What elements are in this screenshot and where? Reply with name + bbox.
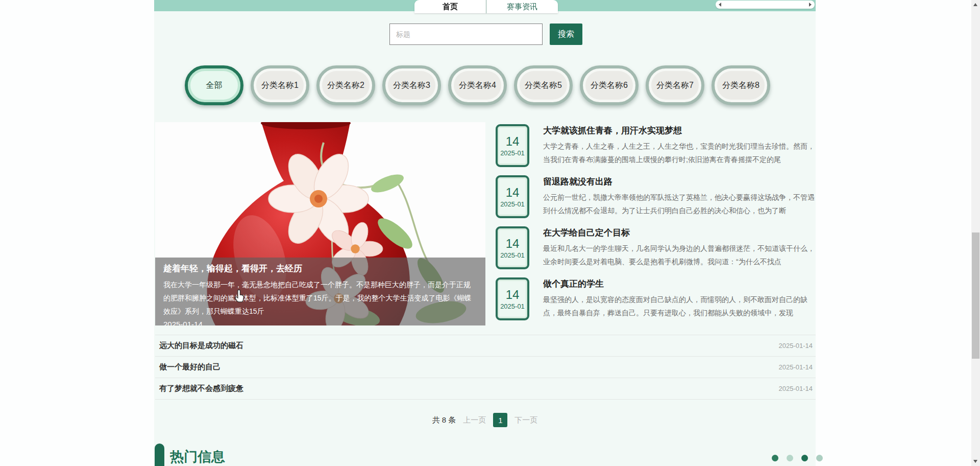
pagination-next-button[interactable]: 下一页 (514, 415, 537, 425)
news-title[interactable]: 留退路就没有出路 (543, 176, 816, 188)
scrollbar-down-arrow-icon[interactable] (973, 460, 977, 463)
news-excerpt: 最近和几名大一的学生聊天，几名同学认为身边的人普遍都很迷茫，不知道该干什么，业余… (543, 242, 816, 268)
category-pill-7[interactable]: 分类名称7 (646, 65, 704, 105)
pagination-page-1-button[interactable]: 1 (493, 413, 507, 427)
article-row-date: 2025-01-14 (779, 385, 816, 392)
pagination-prev-button[interactable]: 上一页 (463, 415, 486, 425)
news-item[interactable]: 14 2025-01 留退路就没有出路 公元前一世纪，凯撒大帝率领他的军队抵达了… (496, 175, 816, 218)
category-pill-all[interactable]: 全部 (185, 65, 243, 105)
badge-month: 2025-01 (500, 149, 525, 157)
main-nav-tabs: 首页 赛事资讯 (414, 0, 558, 13)
hot-info-section-title: 热门信息 (170, 448, 225, 466)
date-badge: 14 2025-01 (496, 175, 529, 218)
date-badge: 14 2025-01 (496, 226, 529, 269)
badge-day: 14 (506, 186, 520, 199)
featured-excerpt: 我在大学一年级那一年，毫无悬念地把自己吃成了一个胖子。不是那种巨大的胖子，而是介… (163, 278, 477, 318)
carousel-dots (772, 455, 823, 461)
scrollbar-up-arrow-icon[interactable] (973, 3, 977, 6)
article-row[interactable]: 做一个最好的自己 2025-01-14 (155, 356, 816, 378)
pagination: 共 8 条 上一页 1 下一页 (154, 413, 816, 427)
pagination-total: 共 8 条 (432, 415, 456, 425)
date-badge: 14 2025-01 (496, 124, 529, 167)
tab-home[interactable]: 首页 (414, 0, 486, 13)
news-title[interactable]: 在大学给自己定个目标 (543, 227, 816, 239)
category-pill-8[interactable]: 分类名称8 (712, 65, 770, 105)
featured-overlay: 趁着年轻，输得起，看得开，去经历 我在大学一年级那一年，毫无悬念地把自己吃成了一… (155, 258, 485, 325)
article-row-title[interactable]: 远大的目标是成功的磁石 (155, 341, 243, 351)
article-row[interactable]: 有了梦想就不会感到疲惫 2025-01-14 (155, 378, 816, 399)
article-row-date: 2025-01-14 (779, 342, 816, 350)
badge-month: 2025-01 (500, 251, 525, 259)
news-title[interactable]: 大学就该抓住青春，用汗水实现梦想 (543, 125, 816, 136)
badge-day: 14 (506, 288, 520, 301)
news-item[interactable]: 14 2025-01 在大学给自己定个目标 最近和几名大一的学生聊天，几名同学认… (496, 226, 816, 269)
news-excerpt: 大学之青春，人生之春，人生之王，人生之华也，宝贵的时光我们理当去珍惜。然而，当我… (543, 139, 816, 166)
tab-event-news[interactable]: 赛事资讯 (486, 0, 558, 13)
article-row[interactable]: 远大的目标是成功的磁石 2025-01-14 (155, 335, 816, 356)
featured-title[interactable]: 趁着年轻，输得起，看得开，去经历 (163, 263, 477, 274)
featured-article-card[interactable]: 趁着年轻，输得起，看得开，去经历 我在大学一年级那一年，毫无悬念地把自己吃成了一… (155, 122, 485, 325)
section-accent-bar (155, 444, 164, 466)
article-row-title[interactable]: 做一个最好的自己 (155, 362, 220, 372)
search-input[interactable] (389, 24, 543, 45)
badge-day: 14 (506, 237, 520, 250)
featured-date: 2025-01-14 (163, 320, 477, 325)
vertical-scrollbar[interactable] (971, 0, 980, 466)
carousel-dot-3[interactable] (801, 455, 808, 461)
date-badge: 14 2025-01 (496, 277, 529, 320)
category-pill-4[interactable]: 分类名称4 (448, 65, 507, 105)
badge-month: 2025-01 (500, 200, 525, 208)
article-row-date: 2025-01-14 (779, 363, 816, 371)
carousel-dot-1[interactable] (772, 455, 778, 461)
scroll-left-arrow-icon[interactable] (719, 3, 721, 7)
carousel-dot-2[interactable] (787, 455, 793, 461)
news-item[interactable]: 14 2025-01 大学就该抓住青春，用汗水实现梦想 大学之青春，人生之春，人… (496, 124, 816, 167)
badge-day: 14 (506, 135, 520, 148)
article-row-title[interactable]: 有了梦想就不会感到疲惫 (155, 384, 243, 393)
category-filter-bar: 全部 分类名称1 分类名称2 分类名称3 分类名称4 分类名称5 分类名称6 分… (185, 65, 770, 105)
horizontal-scrollbar[interactable] (716, 1, 815, 9)
news-item[interactable]: 14 2025-01 做个真正的学生 最坚强的人，是以宽容的态度面对自己缺点的人… (496, 277, 816, 320)
search-button[interactable]: 搜索 (550, 24, 582, 45)
category-pill-2[interactable]: 分类名称2 (316, 65, 375, 105)
category-pill-3[interactable]: 分类名称3 (382, 65, 441, 105)
badge-month: 2025-01 (500, 302, 525, 310)
scrollbar-thumb[interactable] (972, 232, 979, 359)
article-row-list: 远大的目标是成功的磁石 2025-01-14 做一个最好的自己 2025-01-… (155, 335, 816, 400)
carousel-dot-4[interactable] (816, 455, 823, 461)
scroll-right-arrow-icon[interactable] (809, 3, 812, 7)
news-list: 14 2025-01 大学就该抓住青春，用汗水实现梦想 大学之青春，人生之春，人… (496, 124, 816, 329)
category-pill-5[interactable]: 分类名称5 (514, 65, 573, 105)
news-excerpt: 公元前一世纪，凯撒大帝率领他的军队抵达了英格兰，他决心要赢得这场战争，不管遇到什… (543, 191, 816, 217)
news-excerpt: 最坚强的人，是以宽容的态度面对自己缺点的人，而懦弱的人，则不敢面对自己的缺点，最… (543, 293, 816, 319)
category-pill-1[interactable]: 分类名称1 (251, 65, 309, 105)
news-title[interactable]: 做个真正的学生 (543, 278, 816, 290)
category-pill-6[interactable]: 分类名称6 (580, 65, 639, 105)
